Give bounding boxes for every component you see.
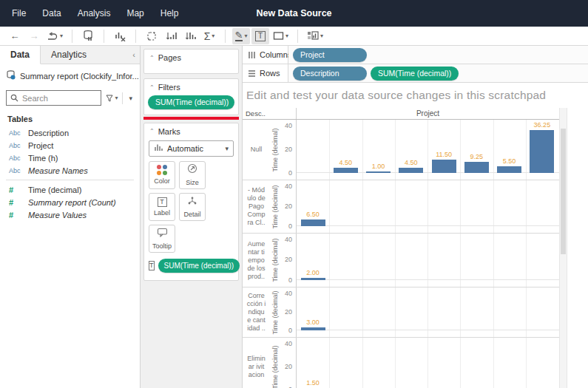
columns-shelf[interactable]: Columns Project: [243, 46, 588, 64]
bar-value-label: 11.50: [429, 151, 459, 158]
filters-card[interactable]: ⌃Filters SUM(Time (decimal)): [143, 78, 239, 115]
bar-mark[interactable]: [432, 160, 456, 173]
row-label: Null: [243, 120, 270, 180]
field-description[interactable]: AbcDescription: [0, 126, 140, 139]
swap-axes-icon: [146, 31, 157, 41]
bar-mark[interactable]: [497, 166, 521, 173]
field-label: Measure Names: [28, 166, 88, 175]
field-measure-names[interactable]: AbcMeasure Names: [0, 164, 140, 177]
column-gridline: [526, 338, 527, 388]
tooltip-button-label: Tooltip: [152, 242, 172, 250]
fit-selector-button[interactable]: ▾: [271, 28, 291, 44]
row-label: Corre cción i ndiqu e cant idad ..: [243, 287, 270, 337]
menubar: FileDataAnalysisMapHelp New Data Source: [0, 0, 588, 27]
marks-pill-sum-time-decimal[interactable]: SUM(Time (decimal)): [158, 259, 240, 273]
pages-card-title: Pages: [158, 53, 181, 62]
row-y-axis: Time (decimal)02040: [270, 180, 296, 233]
columns-shelf-text: Columns: [260, 50, 291, 59]
sort-ascending-button[interactable]: [162, 28, 180, 44]
bar-value-label: 4.50: [331, 159, 360, 166]
tooltip-button[interactable]: Tooltip: [149, 225, 175, 253]
highlight-button[interactable]: ✎ ▾: [232, 28, 250, 44]
rows-shelf[interactable]: Rows DescriptionSUM(Time (decimal)): [243, 64, 588, 83]
detail-button[interactable]: Detail: [179, 193, 206, 221]
field-time-decimal-[interactable]: #Time (decimal): [0, 183, 140, 196]
y-axis-title-text: Time (decimal): [271, 345, 279, 388]
y-tick-label: 40: [285, 236, 292, 243]
y-axis-title: Time (decimal): [271, 287, 279, 337]
bar-value-label: 5.50: [495, 157, 524, 165]
totals-button[interactable]: Σ ▾: [200, 28, 218, 44]
bar-value-label: 1.00: [364, 163, 393, 170]
columns-shelf-body[interactable]: Project: [288, 46, 588, 64]
clear-sheet-icon: [115, 31, 126, 41]
pause-datasource-icon: [83, 30, 93, 41]
y-axis-title-text: Time (decimal): [271, 238, 279, 282]
pages-card[interactable]: ⌃Pages: [143, 49, 239, 74]
redo-latest-button[interactable]: ▾: [44, 28, 65, 44]
back-button[interactable]: ←: [6, 28, 24, 44]
bar-mark[interactable]: [301, 278, 325, 280]
collapse-panel-button[interactable]: ‹: [128, 46, 140, 64]
sort-descending-button[interactable]: [181, 28, 199, 44]
column-gridline: [395, 338, 396, 388]
menu-item-help[interactable]: Help: [153, 5, 186, 21]
fit-frame-icon: [273, 31, 284, 41]
show-mark-labels-button[interactable]: T: [251, 28, 269, 44]
rows-shelf-text: Rows: [260, 69, 280, 78]
datasource-row[interactable]: Summary report (Clockify_Infor...: [0, 64, 140, 86]
clear-sheet-button[interactable]: [111, 28, 129, 44]
swap-axes-button[interactable]: [143, 28, 160, 44]
label-button[interactable]: T Label: [149, 193, 175, 221]
marks-card[interactable]: ⌃Marks Automatic ▾ Color Size: [143, 123, 239, 281]
chevron-down-icon: ▾: [60, 33, 63, 39]
bar-mark[interactable]: [334, 168, 358, 173]
chevron-down-icon: ▾: [320, 33, 323, 39]
columns-icon: [248, 51, 256, 59]
rows-pill-sum-time-decimal-[interactable]: SUM(Time (decimal)): [371, 67, 459, 81]
bar-mark[interactable]: [399, 168, 423, 173]
tab-analytics[interactable]: Analytics: [41, 46, 97, 64]
field-summary-report-count-[interactable]: #Summary report (Count): [0, 196, 140, 208]
pause-updates-button[interactable]: [79, 28, 97, 44]
menu-item-data[interactable]: Data: [35, 5, 68, 21]
panel-menu-button[interactable]: ▾: [126, 95, 135, 102]
columns-pill-project[interactable]: Project: [293, 48, 367, 62]
bar-mark[interactable]: [301, 219, 325, 226]
scrollbar-thumb[interactable]: [561, 129, 566, 254]
bar-mark[interactable]: [366, 171, 391, 173]
color-button[interactable]: Color: [149, 161, 175, 189]
field-project[interactable]: AbcProject: [0, 139, 140, 152]
size-button[interactable]: Size: [179, 161, 206, 189]
show-me-icon: [307, 31, 319, 41]
mark-type-dropdown[interactable]: Automatic ▾: [149, 140, 234, 157]
rows-shelf-body[interactable]: DescriptionSUM(Time (decimal)): [288, 64, 588, 82]
menu-item-analysis[interactable]: Analysis: [70, 5, 118, 21]
chart-rows: NullTime (decimal)020404.501.004.5011.50…: [243, 120, 559, 388]
tab-data[interactable]: Data: [0, 46, 41, 64]
forward-icon: →: [30, 30, 39, 41]
search-input[interactable]: [22, 94, 97, 103]
menu-item-file[interactable]: File: [4, 5, 33, 21]
show-me-button[interactable]: ▾: [305, 28, 325, 44]
field-time-h-[interactable]: AbcTime (h): [0, 152, 140, 164]
filter-fields-button[interactable]: ▾: [104, 95, 119, 102]
vertical-scrollbar[interactable]: [559, 108, 567, 388]
size-icon: [187, 163, 197, 177]
column-gridline: [362, 338, 363, 388]
bar-mark[interactable]: [464, 162, 489, 173]
bar-mark[interactable]: [301, 327, 325, 330]
row-plot: 4.501.004.5011.509.255.5036.25: [296, 120, 559, 180]
bar-mark[interactable]: [530, 130, 554, 173]
field-measure-values[interactable]: #Measure Values: [0, 208, 140, 221]
rows-pill-description[interactable]: Description: [293, 67, 367, 81]
back-icon: ←: [10, 30, 20, 41]
menu-item-map[interactable]: Map: [119, 5, 151, 21]
field-label: Measure Values: [28, 211, 87, 219]
forward-button[interactable]: →: [25, 28, 43, 44]
field-label: Description: [28, 129, 69, 137]
filter-pill-sum-time-decimal[interactable]: SUM(Time (decimal)): [148, 95, 234, 109]
row-plot: 2.00: [296, 234, 559, 287]
search-box[interactable]: [6, 90, 101, 106]
chart-row-4: Elimin ar ivit acionTime (decimal)020401…: [243, 338, 559, 388]
